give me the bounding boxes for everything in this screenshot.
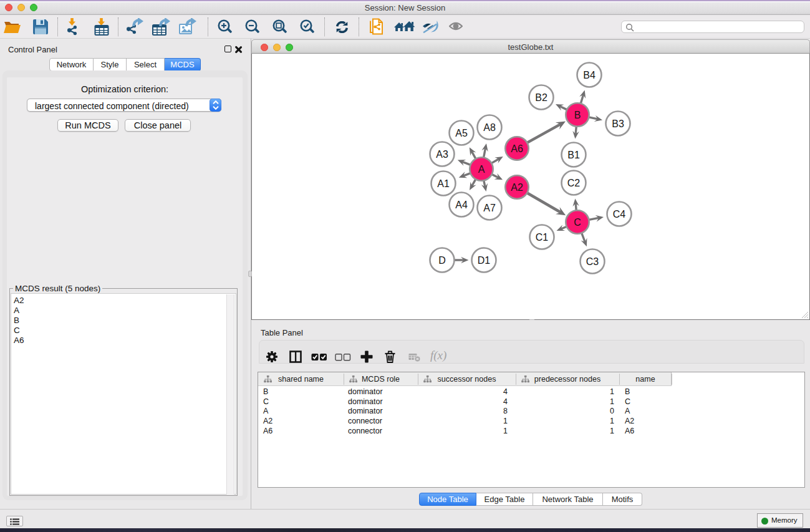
svg-text:A1: A1	[437, 178, 450, 189]
svg-text:B4: B4	[583, 70, 595, 80]
svg-text:A3: A3	[436, 149, 448, 160]
svg-text:C1: C1	[536, 232, 549, 243]
svg-text:D: D	[438, 255, 446, 266]
svg-text:C: C	[574, 217, 581, 228]
svg-text:A4: A4	[455, 200, 468, 210]
svg-text:A: A	[478, 164, 485, 175]
svg-text:A7: A7	[483, 203, 496, 213]
svg-text:B1: B1	[567, 150, 580, 160]
svg-text:A5: A5	[455, 128, 468, 138]
svg-text:B2: B2	[535, 92, 547, 103]
svg-text:A6: A6	[511, 143, 523, 154]
svg-text:A8: A8	[483, 122, 496, 133]
svg-text:C4: C4	[613, 209, 626, 220]
svg-text:C2: C2	[567, 178, 581, 188]
svg-text:A2: A2	[511, 182, 523, 193]
svg-text:D1: D1	[478, 255, 491, 266]
svg-text:B: B	[574, 110, 581, 120]
svg-text:C3: C3	[586, 256, 599, 267]
svg-text:B3: B3	[612, 118, 624, 129]
